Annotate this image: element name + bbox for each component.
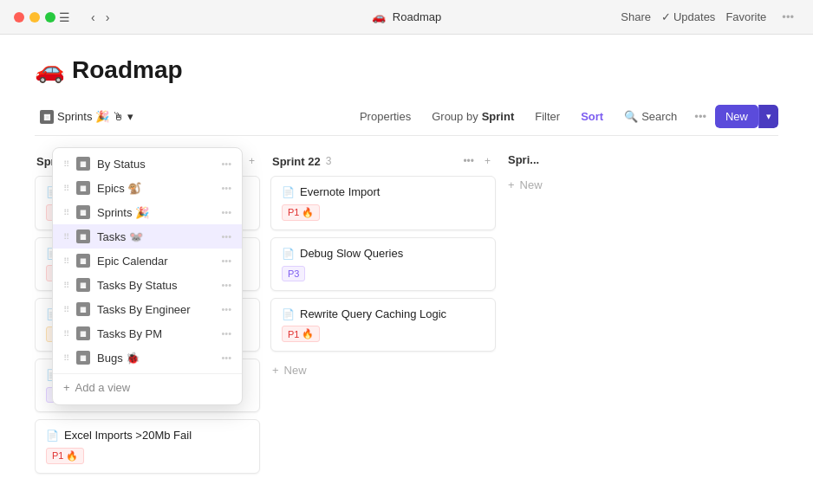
task-card[interactable]: 📄 Evernote Import P1 🔥 [270, 176, 496, 230]
item-more-icon[interactable]: ••• [221, 207, 231, 217]
task-title-text: Evernote Import [300, 185, 380, 198]
nav-buttons: ‹ › [88, 9, 113, 26]
dropdown-item-tasks-by-engineer[interactable]: ⠿ ▦ Tasks By Engineer ••• [53, 297, 242, 321]
check-icon: ✓ [661, 10, 671, 23]
sprint-next-add-button[interactable]: + New [506, 173, 576, 197]
updates-label: Updates [673, 10, 715, 23]
window-controls [14, 12, 55, 23]
back-button[interactable]: ‹ [88, 9, 99, 26]
new-button-wrapper: New ▾ [715, 105, 778, 128]
task-card[interactable]: 📄 Excel Imports >20Mb Fail P1 🔥 [35, 419, 260, 474]
item-more-icon[interactable]: ••• [221, 183, 231, 193]
dropdown-item-label: Tasks By Status [97, 279, 214, 292]
drag-handle-icon: ⠿ [63, 353, 69, 363]
dropdown-item-label: Epics 🐒 [97, 182, 214, 195]
task-card[interactable]: 📄 Debug Slow Queries P3 [270, 237, 496, 291]
dropdown-item-tasks-by-status[interactable]: ⠿ ▦ Tasks By Status ••• [53, 273, 242, 297]
dropdown-item-epic-calendar[interactable]: ⠿ ▦ Epic Calendar ••• [53, 249, 242, 273]
search-button[interactable]: 🔍 Search [615, 106, 686, 127]
task-doc-icon: 📄 [282, 308, 295, 320]
sprint22-count: 3 [326, 155, 332, 167]
dropdown-item-epics[interactable]: ⠿ ▦ Epics 🐒 ••• [53, 176, 242, 200]
task-title-text: Debug Slow Queries [300, 247, 403, 260]
dropdown-item-label: By Status [97, 158, 214, 171]
task-doc-icon: 📄 [282, 186, 295, 198]
favorite-button[interactable]: Favorite [725, 10, 766, 23]
add-view-button[interactable]: + Add a view [53, 373, 242, 401]
sprint-next-column: Spri... + New [506, 150, 576, 490]
view-grid-icon: ▦ [76, 351, 90, 365]
view-grid-icon: ▦ [76, 302, 90, 316]
updates-button[interactable]: ✓ Updates [661, 10, 715, 23]
sprints-label: Sprints 🎉 [57, 110, 109, 123]
group-by-label: Group by [432, 110, 478, 123]
hamburger-icon[interactable]: ☰ [55, 9, 74, 26]
item-more-icon[interactable]: ••• [221, 352, 231, 363]
sprint22-add-button[interactable]: + [481, 153, 494, 169]
priority-label: P1 [52, 450, 63, 461]
forward-button[interactable]: › [102, 9, 114, 26]
view-grid-icon: ▦ [76, 181, 90, 195]
properties-button[interactable]: Properties [351, 106, 420, 127]
page-title-emoji: 🚗 [35, 55, 65, 84]
toolbar: ▦ Sprints 🎉 🖱 ▾ Properties Group by Spri… [35, 98, 778, 136]
dropdown-item-by-status[interactable]: ⠿ ▦ By Status ••• [53, 152, 242, 176]
sprint21-add-button[interactable]: + [245, 153, 258, 169]
plus-icon: + [508, 178, 515, 191]
dropdown-item-bugs[interactable]: ⠿ ▦ Bugs 🐞 ••• [53, 346, 242, 370]
dropdown-item-tasks[interactable]: ⠿ ▦ Tasks 🐭 ••• [53, 224, 242, 249]
dropdown-item-label: Sprints 🎉 [97, 206, 214, 219]
drag-handle-icon: ⠿ [63, 256, 69, 266]
sprint22-header: Sprint 22 3 ••• + [270, 150, 496, 176]
sort-button[interactable]: Sort [572, 106, 612, 127]
task-title-text: Excel Imports >20Mb Fail [64, 429, 192, 442]
new-dropdown-button[interactable]: ▾ [758, 105, 778, 128]
task-title-text: Rewrite Query Caching Logic [300, 307, 446, 320]
close-button[interactable] [14, 12, 24, 23]
search-icon: 🔍 [624, 110, 638, 123]
sprint22-actions: ••• + [459, 153, 494, 169]
page-title: 🚗 Roadmap [35, 55, 778, 84]
item-more-icon[interactable]: ••• [221, 231, 231, 242]
task-title-row: 📄 Debug Slow Queries [282, 247, 485, 260]
page-header: 🚗 Roadmap [35, 35, 778, 98]
sprints-view-selector[interactable]: ▦ Sprints 🎉 🖱 ▾ [35, 107, 139, 127]
task-title-row: 📄 Rewrite Query Caching Logic [282, 307, 485, 320]
task-doc-icon: 📄 [282, 248, 295, 260]
priority-badge: P1 🔥 [282, 204, 320, 221]
maximize-button[interactable] [45, 12, 55, 23]
item-more-icon[interactable]: ••• [221, 255, 231, 266]
fire-icon: 🔥 [66, 450, 78, 462]
group-by-button[interactable]: Group by Sprint [423, 106, 523, 127]
minimize-button[interactable] [29, 12, 40, 23]
dropdown-item-label: Tasks 🐭 [97, 230, 214, 243]
view-grid-icon: ▦ [76, 205, 90, 219]
priority-badge: P1 🔥 [282, 326, 320, 342]
dropdown-item-tasks-by-pm[interactable]: ⠿ ▦ Tasks By PM ••• [53, 321, 242, 346]
sprint22-more-button[interactable]: ••• [459, 153, 478, 169]
priority-label: P1 [288, 329, 299, 339]
sprint-next-header: Spri... [506, 150, 576, 173]
more-options-button[interactable]: ••• [777, 7, 799, 27]
item-more-icon[interactable]: ••• [221, 158, 231, 169]
title-emoji: 🚗 [372, 10, 386, 23]
plus-icon: + [272, 364, 279, 377]
filter-button[interactable]: Filter [526, 106, 569, 127]
task-title-row: 📄 Excel Imports >20Mb Fail [46, 429, 249, 442]
add-task-button[interactable]: + New [270, 359, 496, 382]
item-more-icon[interactable]: ••• [221, 328, 231, 339]
toolbar-more-button[interactable]: ••• [689, 107, 712, 126]
dropdown-item-label: Bugs 🐞 [97, 352, 214, 365]
group-by-sprint-label: Sprint [482, 110, 515, 123]
view-grid-icon: ▦ [76, 326, 90, 340]
new-button[interactable]: New [715, 105, 758, 128]
sprints-cursor-icon: 🖱 [113, 110, 124, 123]
share-button[interactable]: Share [621, 10, 651, 23]
view-grid-icon: ▦ [76, 278, 90, 292]
task-card[interactable]: 📄 Rewrite Query Caching Logic P1 🔥 [270, 298, 496, 352]
dropdown-item-sprints[interactable]: ⠿ ▦ Sprints 🎉 ••• [53, 200, 242, 224]
sprints-grid-icon: ▦ [40, 110, 54, 124]
item-more-icon[interactable]: ••• [221, 304, 231, 314]
dropdown-item-label: Epic Calendar [97, 255, 214, 268]
item-more-icon[interactable]: ••• [221, 280, 231, 290]
